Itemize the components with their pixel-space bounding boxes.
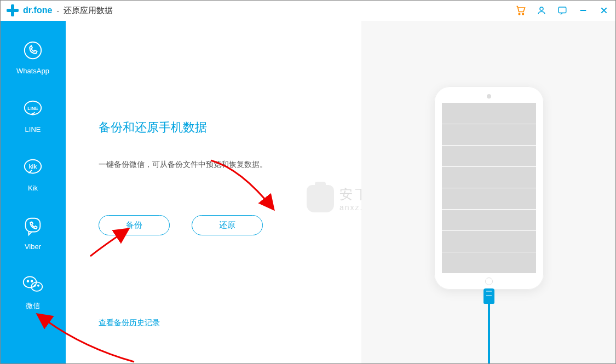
left-pane: 备份和还原手机数据 一键备份微信，可从备份文件中预览和恢复数据。 备份 还原 查…: [66, 21, 361, 364]
window-actions: [515, 5, 609, 16]
content-heading: 备份和还原手机数据: [99, 119, 361, 136]
user-icon[interactable]: [536, 5, 547, 16]
right-pane: [361, 21, 616, 364]
cart-icon[interactable]: [515, 5, 526, 16]
svg-text:kik: kik: [29, 164, 37, 170]
sidebar-item-wechat[interactable]: 微信: [0, 266, 66, 326]
svg-point-17: [34, 285, 36, 286]
sidebar-item-label: LINE: [25, 125, 41, 134]
sidebar-item-viber[interactable]: Viber: [0, 207, 66, 266]
sidebar-item-line[interactable]: LINE LINE: [0, 90, 66, 149]
cable-plug-icon: [483, 288, 494, 304]
brand-text: dr.fone: [23, 5, 52, 15]
wechat-icon: [22, 274, 44, 296]
sidebar-item-label: Kik: [28, 184, 38, 192]
page-title: 还原应用数据: [64, 5, 113, 16]
svg-point-1: [522, 13, 524, 14]
restore-button[interactable]: 还原: [192, 215, 263, 235]
history-link[interactable]: 查看备份历史记录: [99, 318, 160, 327]
feedback-icon[interactable]: [557, 5, 568, 16]
sidebar-item-whatsapp[interactable]: WhatsApp: [0, 32, 66, 90]
svg-text:LINE: LINE: [27, 106, 38, 111]
title-bar: dr.fone - 还原应用数据: [0, 0, 616, 21]
sidebar-item-label: Viber: [25, 242, 41, 251]
whatsapp-icon: [22, 39, 44, 61]
backup-button[interactable]: 备份: [99, 215, 170, 235]
cable-wire: [488, 304, 490, 364]
sidebar-item-label: 微信: [26, 301, 40, 311]
kik-icon: kik: [22, 157, 44, 178]
sidebar-item-kik[interactable]: kik Kik: [0, 149, 66, 207]
sidebar-item-label: WhatsApp: [16, 67, 49, 75]
svg-point-18: [38, 285, 39, 286]
content-description: 一键备份微信，可从备份文件中预览和恢复数据。: [99, 158, 361, 171]
svg-rect-12: [26, 218, 41, 232]
svg-point-2: [540, 7, 543, 10]
title-separator: -: [56, 6, 59, 15]
svg-point-16: [31, 280, 33, 282]
line-icon: LINE: [22, 98, 44, 120]
svg-rect-3: [559, 7, 566, 13]
logo-icon: [7, 4, 19, 16]
phone-illustration: [434, 86, 544, 290]
sidebar: WhatsApp LINE LINE kik Kik Viber 微信: [0, 21, 66, 364]
close-icon[interactable]: [598, 5, 609, 16]
svg-point-0: [519, 13, 520, 14]
minimize-icon[interactable]: [578, 5, 589, 16]
svg-point-15: [27, 280, 29, 282]
viber-icon: [22, 215, 44, 237]
content-area: 备份和还原手机数据 一键备份微信，可从备份文件中预览和恢复数据。 备份 还原 查…: [66, 21, 616, 364]
